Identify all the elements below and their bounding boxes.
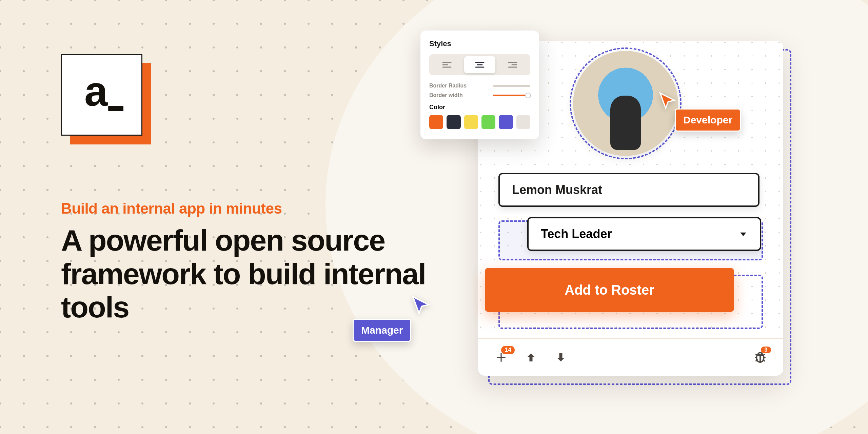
align-right-icon: [508, 61, 517, 68]
align-center-option[interactable]: [464, 56, 496, 73]
swatch-yellow[interactable]: [464, 115, 478, 129]
swatch-orange[interactable]: [429, 115, 443, 129]
add-widget-button[interactable]: 14: [494, 350, 509, 365]
role-select[interactable]: Tech Leader: [527, 217, 761, 251]
role-select-value: Tech Leader: [541, 227, 612, 241]
svg-text:a: a: [84, 68, 108, 115]
chevron-down-icon: [739, 230, 748, 238]
swatch-dark[interactable]: [447, 115, 460, 129]
color-swatches: [429, 115, 530, 129]
swatch-green[interactable]: [481, 115, 495, 129]
styles-panel: Styles Border Radius Border width Color: [420, 31, 539, 139]
border-radius-slider[interactable]: [493, 85, 530, 87]
swatch-grey[interactable]: [516, 115, 530, 129]
card-footer-toolbar: 14 3: [478, 338, 783, 376]
border-width-slider[interactable]: [493, 95, 530, 96]
svg-rect-1: [108, 106, 123, 111]
cursor-icon: [410, 295, 431, 316]
move-down-button[interactable]: [553, 350, 568, 365]
logo: a: [61, 54, 142, 136]
swatch-purple[interactable]: [499, 115, 513, 129]
cursor-icon: [658, 92, 677, 111]
name-input-value: Lemon Muskrat: [512, 183, 602, 197]
align-left-option[interactable]: [431, 56, 463, 73]
text-align-segmented[interactable]: [429, 54, 530, 75]
add-to-roster-button[interactable]: Add to Roster: [485, 268, 734, 312]
border-width-label: Border width: [429, 92, 463, 98]
add-widget-badge: 14: [501, 346, 515, 354]
hero-tagline: Build an internal app in minutes: [61, 200, 282, 217]
arrow-down-icon: [555, 351, 567, 363]
debug-badge: 3: [761, 347, 771, 353]
align-center-icon: [475, 61, 485, 68]
color-section-label: Color: [429, 104, 530, 111]
align-right-option[interactable]: [497, 56, 528, 73]
name-input[interactable]: Lemon Muskrat: [498, 173, 760, 207]
developer-cursor-label: Developer: [675, 108, 741, 132]
move-up-button[interactable]: [524, 350, 538, 365]
add-button-label: Add to Roster: [565, 282, 654, 298]
border-radius-label: Border Radius: [429, 83, 467, 89]
styles-panel-title: Styles: [429, 39, 530, 48]
align-left-icon: [442, 61, 452, 68]
appsmith-logo-icon: a: [75, 68, 129, 122]
debug-button[interactable]: 3: [753, 350, 768, 365]
arrow-up-icon: [525, 351, 537, 363]
hero-headline: A powerful open source framework to buil…: [61, 224, 468, 324]
manager-cursor-label: Manager: [353, 319, 411, 342]
